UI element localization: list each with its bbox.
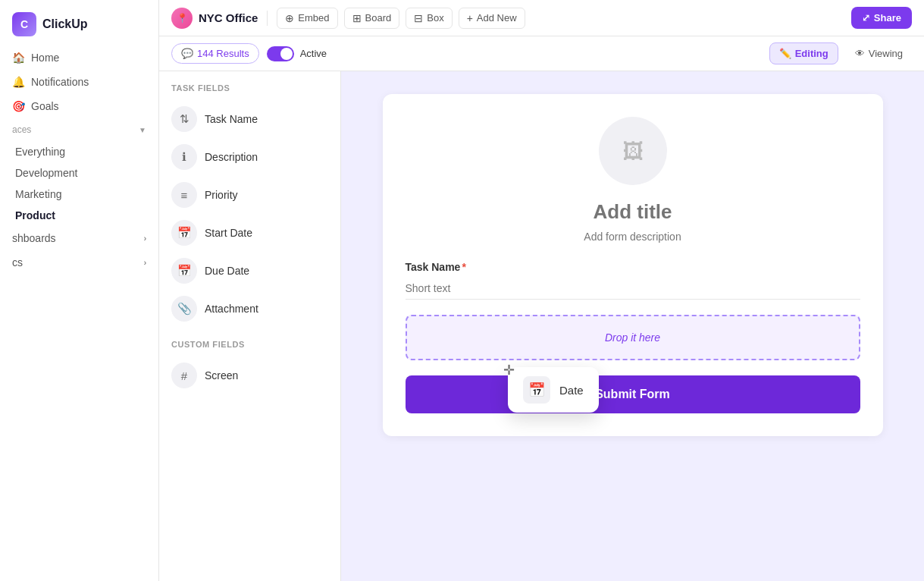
field-attachment[interactable]: 📎 Attachment [159,290,340,328]
spaces-label: aces [12,124,31,135]
task-name-label: Task Name [205,113,258,125]
logo-icon: C [12,12,36,36]
main-content: 📍 NYC Office ⊕ Embed ⊞ Board ⊟ Box + Add… [159,0,924,581]
start-date-icon: 📅 [171,220,197,246]
field-task-name[interactable]: ⇅ Task Name [159,100,340,138]
share-button[interactable]: ⤢ Share [851,7,912,29]
viewing-button[interactable]: 👁 Viewing [846,43,912,64]
share-label: Share [874,12,901,24]
sidebar-item-development[interactable]: Development [0,162,158,184]
task-name-icon: ⇅ [171,106,197,132]
goals-icon: 🎯 [12,100,25,112]
embed-icon: ⊕ [285,12,294,24]
description-label: Description [205,151,258,163]
chevron-right-icon: › [144,259,146,267]
brand-area: 📍 NYC Office [171,8,258,29]
field-description[interactable]: ℹ Description [159,138,340,176]
floating-date-card[interactable]: 📅 Date [508,367,599,413]
screen-label: Screen [205,369,238,382]
chat-icon: 💬 [181,48,193,59]
due-date-icon: 📅 [171,258,197,284]
sidebar-item-goals[interactable]: 🎯 Goals [0,94,158,118]
sidebar-space-label: Product [15,209,55,221]
due-date-label: Due Date [205,265,249,277]
task-name-field-input[interactable] [406,278,860,300]
field-start-date[interactable]: 📅 Start Date [159,214,340,252]
logo-text: ClickUp [42,17,88,31]
sidebar-item-label: Goals [31,100,59,112]
share-icon: ⤢ [862,12,870,24]
drag-cursor-icon: ✛ [503,362,515,378]
results-badge[interactable]: 💬 144 Results [171,43,259,64]
floating-date-icon: 📅 [523,376,550,404]
required-star: * [462,261,465,273]
priority-label: Priority [205,189,238,201]
floating-date-label: Date [559,384,584,397]
box-icon: ⊟ [414,12,423,24]
board-label: Board [365,12,392,24]
sidebar-item-label: Notifications [31,76,89,88]
sidebar-item-label: Home [31,52,59,64]
chevron-down-icon: ▼ [139,126,146,134]
docs-label: cs [12,256,23,269]
editing-label: Editing [795,48,828,59]
field-due-date[interactable]: 📅 Due Date [159,252,340,290]
home-icon: 🏠 [12,52,25,64]
drop-zone[interactable]: Drop it here [406,315,860,360]
topbar-divider [267,11,268,26]
sidebar-item-everything[interactable]: Everything [0,141,158,162]
form-container: 🖼 Task Name* Drop it here Submit Form [383,94,883,436]
field-priority[interactable]: ≡ Priority [159,176,340,214]
task-name-field-group: Task Name* [406,261,860,300]
sidebar-item-product[interactable]: Product [0,205,158,226]
add-new-button[interactable]: + Add New [459,8,525,29]
topbar: 📍 NYC Office ⊕ Embed ⊞ Board ⊟ Box + Add… [159,0,924,36]
form-description-input[interactable] [406,231,860,243]
spaces-section-header[interactable]: aces ▼ [0,118,158,141]
sidebar-item-dashboards[interactable]: shboards › [0,226,158,250]
task-name-field-label: Task Name* [406,261,860,273]
sidebar-item-marketing[interactable]: Marketing [0,184,158,205]
brand-name: NYC Office [199,11,258,24]
screen-icon: # [171,363,197,388]
editing-button[interactable]: ✏️ Editing [769,42,838,64]
sidebar-space-label: Everything [15,146,65,158]
embed-label: Embed [298,12,329,24]
viewing-label: Viewing [869,48,903,59]
description-icon: ℹ [171,144,197,170]
sidebar: C ClickUp 🏠 Home 🔔 Notifications 🎯 Goals… [0,0,159,581]
start-date-label: Start Date [205,227,252,239]
form-title-input[interactable] [406,200,860,224]
sidebar-item-home[interactable]: 🏠 Home [0,46,158,70]
task-fields-title: TASK FIELDS [159,83,340,100]
sidebar-logo: C ClickUp [0,0,158,46]
form-area: 🖼 Task Name* Drop it here Submit Form [341,71,924,581]
submit-label: Submit Form [595,388,670,400]
sidebar-item-notifications[interactable]: 🔔 Notifications [0,70,158,94]
box-button[interactable]: ⊟ Box [406,8,452,29]
eye-icon: 👁 [855,48,865,59]
brand-icon: 📍 [171,8,193,29]
fields-panel: TASK FIELDS ⇅ Task Name ℹ Description ≡ … [159,71,341,581]
active-toggle[interactable] [267,46,294,61]
add-new-label: Add New [477,12,517,24]
submit-button[interactable]: Submit Form [406,375,860,413]
board-icon: ⊞ [352,12,362,24]
active-toggle-group: Active [267,46,327,61]
plus-icon: + [467,12,473,24]
embed-button[interactable]: ⊕ Embed [277,8,337,29]
field-screen[interactable]: # Screen [159,356,340,394]
content-area: TASK FIELDS ⇅ Task Name ℹ Description ≡ … [159,71,924,581]
form-image-placeholder[interactable]: 🖼 [599,117,667,185]
board-button[interactable]: ⊞ Board [344,8,400,29]
bell-icon: 🔔 [12,76,25,88]
attachment-icon: 📎 [171,296,197,322]
sidebar-space-label: Development [15,167,78,179]
box-label: Box [427,12,443,24]
sidebar-space-label: Marketing [15,188,61,200]
results-count: 144 Results [197,48,249,59]
filterbar: 💬 144 Results Active ✏️ Editing 👁 Viewin… [159,36,924,71]
active-label: Active [300,48,327,59]
sidebar-item-docs[interactable]: cs › [0,250,158,275]
priority-icon: ≡ [171,182,197,208]
